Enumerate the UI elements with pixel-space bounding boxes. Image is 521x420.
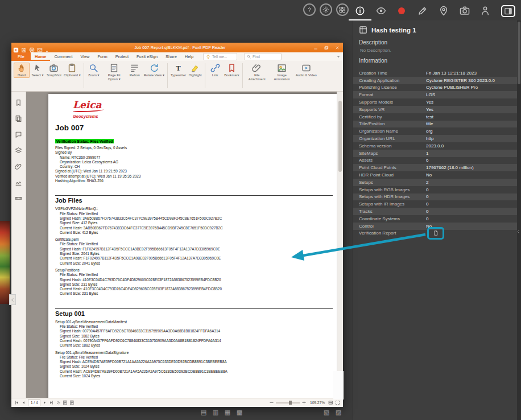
tool-reflow[interactable]: Reflow [127, 63, 143, 78]
info-value: org [426, 129, 433, 134]
info-row: SiteMaps1 [353, 150, 521, 157]
menu-tab-form[interactable]: Form [93, 52, 111, 61]
description-label: Description [353, 37, 521, 47]
section-rule [55, 308, 333, 309]
nav-pages-icon[interactable] [15, 114, 22, 122]
menu-tab-view[interactable]: View [77, 52, 94, 61]
panel-scrollbar-thumb[interactable] [518, 22, 520, 84]
verification-report-highlight[interactable] [427, 227, 444, 240]
zoom-icon [89, 63, 98, 73]
info-key: Publishing License [359, 85, 426, 90]
tool-rotate-view[interactable]: Rotate View ▾ [143, 63, 166, 78]
menu-tab-file[interactable]: File [11, 52, 31, 61]
more-tools-button[interactable] [56, 400, 61, 405]
menu-tab-share[interactable]: Share [162, 52, 181, 61]
menu-tab-comment[interactable]: Comment [50, 52, 76, 61]
panel-collapse-arrow[interactable] [516, 228, 521, 236]
info-value: Cyclone PUBLISHER Pro [426, 85, 478, 90]
svg-text:T: T [176, 64, 181, 72]
verification-status-highlight: Verification Status: Files Verified [55, 139, 114, 143]
panel-toggle[interactable] [501, 5, 515, 17]
nav-measure-icon[interactable] [15, 194, 22, 201]
minimize-button[interactable] [311, 44, 320, 51]
nav-signatures-icon[interactable] [15, 178, 22, 186]
apps-button[interactable] [336, 3, 349, 16]
tool-page-fit-option[interactable]: Page Fit Option ▾ [102, 63, 127, 82]
save-button[interactable] [21, 45, 27, 51]
menu-tab-protect[interactable]: Protect [111, 52, 133, 61]
tool-hand[interactable]: Hand [14, 63, 30, 78]
tool-zoom[interactable]: Zoom ▾ [86, 63, 102, 78]
select-text-button[interactable] [63, 400, 68, 405]
file-detail: Signed Size: 1024 Bytes [55, 364, 333, 369]
fit-width-button[interactable] [328, 400, 333, 405]
fullscreen-button[interactable] [335, 400, 340, 405]
panel-header: Hash testing 1 [353, 20, 521, 37]
report-doc-icon[interactable] [433, 230, 439, 236]
layout-3-icon[interactable]: ▦ [224, 408, 231, 416]
geotag-tab[interactable] [439, 6, 449, 16]
restore-button[interactable] [322, 44, 330, 51]
next-page-button[interactable] [42, 400, 47, 405]
file-detail: Current Hash: 00790A457FF6AFD92C6C788468… [55, 339, 333, 343]
tool-file-attachment[interactable]: File Attachment [245, 63, 270, 82]
file-detail: File Status: File Verified [55, 242, 333, 246]
close-button[interactable] [333, 44, 341, 51]
tell-me-box[interactable]: Tell me... [203, 53, 237, 60]
record-button[interactable] [396, 6, 407, 16]
presenter-tab[interactable] [480, 6, 490, 16]
zoom-out-button[interactable] [269, 400, 274, 405]
quick-access-caret-icon[interactable] [45, 46, 49, 50]
menu-tab-help[interactable]: Help [181, 52, 197, 61]
markup-tab[interactable] [417, 6, 428, 16]
zoom-in-button[interactable] [301, 400, 307, 405]
tool-image-annotation[interactable]: Image Annotation [270, 63, 295, 82]
layout-6-icon[interactable]: ▨ [335, 408, 342, 416]
doc-scrollbar-thumb[interactable] [338, 101, 342, 172]
last-page-button[interactable] [49, 400, 54, 405]
nav-bookmarks-icon[interactable] [15, 98, 22, 106]
zoom-slider-thumb[interactable] [289, 401, 292, 405]
find-box[interactable]: Find [244, 53, 282, 60]
tool-select[interactable]: Select ▾ [30, 63, 46, 78]
menu-tab-foxit-esign[interactable]: Foxit eSign [133, 52, 162, 61]
info-row: Setups with IR Images0 [353, 200, 521, 208]
snapshot-small-button[interactable] [69, 400, 75, 405]
tool-bookmark[interactable]: Bookmark [223, 63, 241, 78]
prev-page-button[interactable] [21, 400, 26, 405]
info-value: Yes [426, 107, 433, 112]
nav-comments-icon[interactable] [15, 130, 22, 138]
description-value: No Description. [353, 47, 521, 55]
info-key: Point Cloud Points [359, 165, 426, 170]
nav-pane-collapse[interactable] [9, 294, 16, 305]
info-tab[interactable] [355, 6, 365, 16]
page-number-box[interactable]: 1 / 4 [28, 400, 40, 406]
menubar-caret-icon[interactable] [336, 55, 341, 59]
snapshot-tab[interactable] [460, 6, 470, 16]
panel-scrollbar[interactable] [517, 20, 521, 420]
zoom-slider[interactable] [276, 402, 300, 403]
nav-layers-icon[interactable] [15, 146, 22, 154]
layout-2-icon[interactable]: ▥ [212, 408, 219, 416]
layout-4-icon[interactable]: ▩ [236, 408, 243, 416]
print-button[interactable] [29, 45, 35, 51]
tool-highlight[interactable]: Highlight [187, 63, 203, 78]
settings-button[interactable] [320, 3, 332, 16]
menu-tab-home[interactable]: Home [31, 52, 51, 61]
foxit-titlebar[interactable]: F Job 007-Report-qlSLKKM.pdf - Foxit PDF… [11, 43, 343, 52]
email-button[interactable] [37, 45, 43, 51]
tool-clipboard[interactable]: Clipboard ▾ [63, 63, 82, 78]
visibility-tab[interactable] [376, 6, 386, 16]
first-page-button[interactable] [14, 400, 19, 405]
info-key: Setups with HDR Images [359, 194, 426, 199]
help-button[interactable] [303, 3, 316, 16]
layout-5-icon[interactable]: ▧ [323, 408, 330, 416]
tool-link[interactable]: Link [207, 63, 223, 78]
tool-audio-video[interactable]: Audio & Video [295, 63, 318, 78]
doc-scrollbar[interactable] [337, 92, 343, 398]
tool-typewriter[interactable]: TTypewriter [169, 63, 187, 78]
document-area[interactable]: Leica Geosystems Job 007Verification Sta… [26, 92, 343, 398]
nav-attachments-icon[interactable] [15, 162, 22, 170]
tool-snapshot[interactable]: SnapShot [46, 63, 63, 78]
layout-1-icon[interactable]: ▤ [200, 408, 207, 416]
